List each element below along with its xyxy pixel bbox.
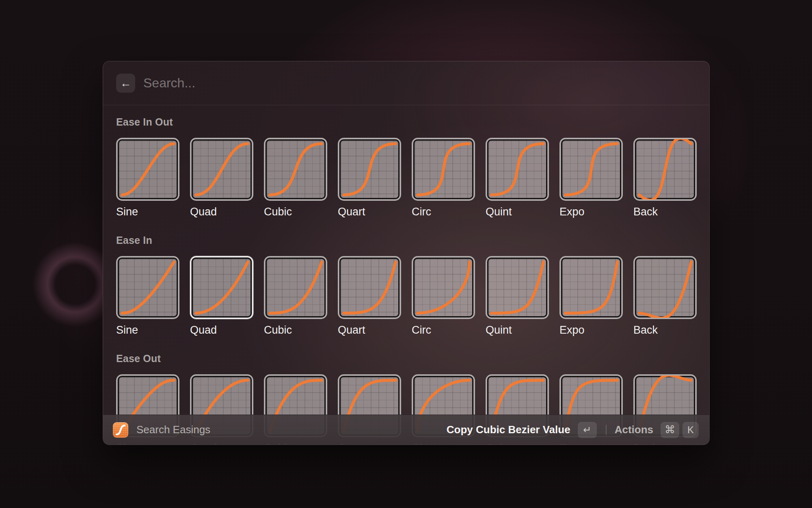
easing-curve (561, 257, 622, 318)
easing-tile-inout-circ[interactable] (412, 138, 475, 201)
easing-cell: Quad (190, 138, 253, 219)
tile-label: Quart (338, 205, 401, 219)
back-button[interactable]: ← (116, 74, 135, 93)
tile-label: Quint (486, 323, 549, 337)
easing-curve (413, 139, 474, 200)
tile-label: Quad (190, 205, 253, 219)
easing-curve (191, 257, 252, 318)
easing-curve (413, 257, 474, 318)
easing-curve (265, 257, 326, 318)
easing-tile-inout-back[interactable] (633, 138, 697, 201)
easing-tile-inout-quint[interactable] (486, 138, 549, 201)
tile-label: Cubic (264, 323, 327, 337)
easing-curve (339, 257, 400, 318)
tile-label: Quart (338, 323, 401, 337)
search-easings-app-icon (113, 422, 128, 438)
tile-label: Back (633, 205, 697, 219)
easing-curve (191, 139, 252, 200)
actions-menu-button[interactable]: Actions (615, 423, 653, 436)
easings-list: Ease In OutSineQuadCubicQuartCircQuintEx… (103, 105, 709, 445)
footer-bar: Search Easings Copy Cubic Bezier Value ↵… (103, 415, 709, 445)
easing-tile-in-circ[interactable] (412, 256, 475, 319)
section-ease-in-out: Ease In OutSineQuadCubicQuartCircQuintEx… (116, 116, 696, 219)
easing-cell: Quad (190, 256, 253, 337)
search-bar: ← (103, 61, 709, 105)
tile-label: Circ (412, 205, 475, 219)
easing-cell: Back (633, 138, 697, 219)
easing-tile-in-cubic[interactable] (264, 256, 327, 319)
section-ease-in: Ease InSineQuadCubicQuartCircQuintExpoBa… (116, 234, 696, 337)
tile-label: Quad (190, 323, 253, 337)
easing-tile-in-quad[interactable] (190, 256, 253, 319)
primary-action-button[interactable]: Copy Cubic Bezier Value (447, 423, 570, 436)
tile-label: Expo (559, 323, 623, 337)
easing-cell: Quart (338, 138, 401, 219)
easing-cell: Quint (486, 256, 549, 337)
easing-curve (487, 257, 548, 318)
tile-label: Cubic (264, 205, 327, 219)
tile-label: Circ (412, 323, 475, 337)
section-title: Ease Out (116, 352, 696, 365)
easing-cell: Cubic (264, 138, 327, 219)
easing-cell: Circ (412, 256, 475, 337)
easing-cell: Quart (338, 256, 401, 337)
easing-tile-in-expo[interactable] (559, 256, 623, 319)
easing-cell: Back (633, 256, 697, 337)
footer-app-name: Search Easings (136, 423, 210, 436)
section-title: Ease In Out (116, 116, 696, 128)
easing-cell: Quint (486, 138, 549, 219)
easing-curve (117, 139, 178, 200)
tile-label: Sine (116, 323, 179, 337)
easing-tile-in-quart[interactable] (338, 256, 401, 319)
easing-tile-in-back[interactable] (633, 256, 697, 319)
easing-tile-in-sine[interactable] (116, 256, 179, 319)
easing-curve (265, 139, 326, 200)
easing-cell: Sine (116, 256, 179, 337)
easing-tile-in-quint[interactable] (486, 256, 549, 319)
easing-curve (635, 257, 695, 318)
easing-cell: Expo (559, 256, 623, 337)
easing-cell: Sine (116, 138, 179, 219)
raycast-window: ← Ease In OutSineQuadCubicQuartCircQuint… (103, 61, 710, 445)
tile-row: SineQuadCubicQuartCircQuintExpoBack (116, 256, 696, 337)
tile-label: Sine (116, 205, 179, 219)
tile-label: Quint (486, 205, 549, 219)
command-key-icon: ⌘ (661, 422, 679, 438)
easing-tile-inout-sine[interactable] (116, 138, 179, 201)
easing-tile-inout-expo[interactable] (559, 138, 623, 201)
easing-cell: Cubic (264, 256, 327, 337)
back-arrow-icon: ← (120, 77, 132, 90)
easing-cell: Circ (412, 138, 475, 219)
easing-curve-icon (113, 422, 128, 438)
easing-curve (117, 257, 178, 318)
section-title: Ease In (116, 234, 696, 246)
tile-label: Back (633, 323, 697, 337)
easing-tile-inout-quart[interactable] (338, 138, 401, 201)
easing-curve (635, 139, 695, 200)
easing-curve (561, 139, 622, 200)
tile-label: Expo (559, 205, 623, 219)
easing-curve (339, 139, 400, 200)
tile-row: SineQuadCubicQuartCircQuintExpoBack (116, 138, 696, 219)
return-key-icon: ↵ (578, 422, 597, 438)
footer-divider (606, 425, 607, 435)
search-input[interactable] (143, 75, 696, 91)
easing-tile-inout-cubic[interactable] (264, 138, 327, 201)
footer-actions: Copy Cubic Bezier Value ↵ Actions ⌘ K (447, 422, 699, 438)
easing-curve (487, 139, 548, 200)
easing-tile-inout-quad[interactable] (190, 138, 253, 201)
easing-cell: Expo (559, 138, 623, 219)
k-key-icon: K (682, 422, 699, 438)
